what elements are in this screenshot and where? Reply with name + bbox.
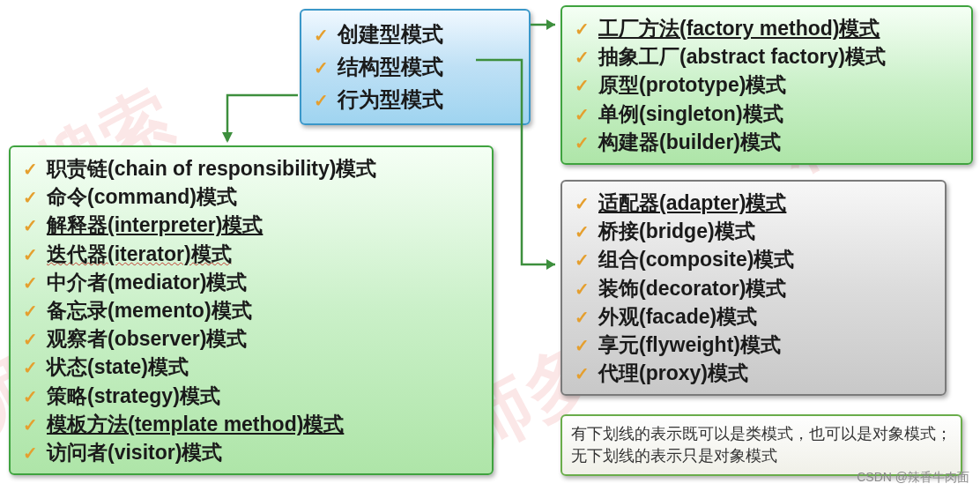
structural-label: 适配器(adapter)模式 (598, 189, 786, 217)
creational-item: ✓单例(singleton)模式 (575, 100, 959, 128)
structural-item: ✓适配器(adapter)模式 (575, 189, 932, 217)
behavioral-item: ✓职责链(chain of responsibility)模式 (23, 154, 479, 182)
check-icon: ✓ (575, 191, 590, 216)
check-icon: ✓ (575, 130, 590, 155)
behavioral-label: 迭代器(iterator)模式 (47, 240, 232, 268)
structural-label: 代理(proxy)模式 (598, 359, 748, 387)
creational-item: ✓抽象工厂(abstract factory)模式 (575, 42, 959, 71)
behavioral-label: 中介者(mediator)模式 (47, 268, 247, 296)
category-box: ✓创建型模式✓结构型模式✓行为型模式 (300, 9, 531, 125)
creational-label: 工厂方法(factory method)模式 (598, 14, 880, 42)
category-label: 行为型模式 (338, 83, 443, 115)
image-credit: CSDN @辣香牛肉面 (857, 470, 969, 486)
creational-label: 原型(prototype)模式 (598, 71, 786, 99)
check-icon: ✓ (23, 327, 38, 352)
creational-list: ✓工厂方法(factory method)模式✓抽象工厂(abstract fa… (575, 14, 959, 156)
creational-item: ✓构建器(builder)模式 (575, 128, 959, 156)
check-icon: ✓ (23, 299, 38, 324)
category-label: 结构型模式 (338, 50, 443, 83)
structural-label: 组合(composite)模式 (598, 245, 794, 273)
behavioral-label: 备忘录(memento)模式 (47, 296, 252, 324)
behavioral-item: ✓备忘录(memento)模式 (23, 296, 479, 324)
creational-label: 抽象工厂(abstract factory)模式 (598, 42, 886, 71)
behavioral-label: 访问者(visitor)模式 (47, 438, 222, 466)
check-icon: ✓ (23, 271, 38, 295)
behavioral-item: ✓状态(state)模式 (23, 353, 479, 381)
structural-item: ✓桥接(bridge)模式 (575, 217, 932, 245)
structural-item: ✓装饰(decorator)模式 (575, 274, 932, 302)
creational-label: 单例(singleton)模式 (598, 100, 783, 128)
check-icon: ✓ (23, 413, 38, 437)
behavioral-item: ✓策略(strategy)模式 (23, 382, 479, 410)
behavioral-list: ✓职责链(chain of responsibility)模式✓命令(comma… (23, 154, 479, 466)
behavioral-item: ✓迭代器(iterator)模式 (23, 240, 479, 268)
structural-patterns-box: ✓适配器(adapter)模式✓桥接(bridge)模式✓组合(composit… (561, 180, 947, 396)
structural-list: ✓适配器(adapter)模式✓桥接(bridge)模式✓组合(composit… (575, 189, 932, 387)
legend-note: 有下划线的表示既可以是类模式，也可以是对象模式；无下划线的表示只是对象模式 (561, 414, 962, 476)
category-label: 创建型模式 (338, 18, 443, 50)
structural-item: ✓享元(flyweight)模式 (575, 331, 932, 359)
check-icon: ✓ (575, 73, 590, 98)
category-item: ✓行为型模式 (314, 83, 516, 115)
check-icon: ✓ (575, 248, 590, 272)
creational-label: 构建器(builder)模式 (598, 128, 781, 156)
structural-label: 桥接(bridge)模式 (598, 217, 755, 245)
check-icon: ✓ (575, 17, 590, 41)
behavioral-label: 命令(command)模式 (47, 182, 237, 211)
svg-marker-2 (546, 259, 555, 270)
check-icon: ✓ (23, 355, 38, 380)
behavioral-item: ✓中介者(mediator)模式 (23, 268, 479, 296)
check-icon: ✓ (575, 305, 590, 330)
behavioral-item: ✓观察者(observer)模式 (23, 324, 479, 353)
category-item: ✓结构型模式 (314, 50, 516, 83)
creational-item: ✓原型(prototype)模式 (575, 71, 959, 99)
check-icon: ✓ (23, 185, 38, 210)
check-icon: ✓ (575, 277, 590, 301)
behavioral-label: 职责链(chain of responsibility)模式 (47, 154, 376, 182)
creational-item: ✓工厂方法(factory method)模式 (575, 14, 959, 42)
check-icon: ✓ (575, 219, 590, 244)
behavioral-item: ✓模板方法(template method)模式 (23, 410, 479, 438)
structural-item: ✓代理(proxy)模式 (575, 359, 932, 387)
behavioral-label: 模板方法(template method)模式 (47, 410, 344, 438)
behavioral-label: 策略(strategy)模式 (47, 382, 220, 410)
check-icon: ✓ (23, 213, 38, 238)
behavioral-item: ✓解释器(interpreter)模式 (23, 211, 479, 239)
behavioral-label: 解释器(interpreter)模式 (47, 211, 263, 239)
behavioral-label: 状态(state)模式 (47, 353, 189, 381)
check-icon: ✓ (23, 157, 38, 182)
check-icon: ✓ (575, 45, 590, 70)
behavioral-item: ✓命令(command)模式 (23, 182, 479, 211)
behavioral-item: ✓访问者(visitor)模式 (23, 438, 479, 466)
check-icon: ✓ (575, 361, 590, 386)
check-icon: ✓ (314, 22, 329, 49)
check-icon: ✓ (314, 55, 329, 82)
behavioral-patterns-box: ✓职责链(chain of responsibility)模式✓命令(comma… (9, 145, 494, 475)
check-icon: ✓ (23, 384, 38, 409)
category-list: ✓创建型模式✓结构型模式✓行为型模式 (314, 18, 516, 116)
check-icon: ✓ (23, 441, 38, 465)
behavioral-label: 观察者(observer)模式 (47, 324, 247, 353)
svg-marker-3 (222, 132, 233, 143)
structural-label: 外观(facade)模式 (598, 302, 757, 331)
structural-label: 装饰(decorator)模式 (598, 274, 786, 302)
check-icon: ✓ (575, 333, 590, 358)
check-icon: ✓ (314, 87, 329, 115)
structural-label: 享元(flyweight)模式 (598, 331, 781, 359)
category-item: ✓创建型模式 (314, 18, 516, 50)
check-icon: ✓ (23, 242, 38, 267)
legend-text: 有下划线的表示既可以是类模式，也可以是对象模式；无下划线的表示只是对象模式 (571, 425, 952, 465)
structural-item: ✓外观(facade)模式 (575, 302, 932, 331)
svg-marker-1 (546, 19, 555, 30)
creational-patterns-box: ✓工厂方法(factory method)模式✓抽象工厂(abstract fa… (561, 5, 973, 165)
check-icon: ✓ (575, 102, 590, 127)
structural-item: ✓组合(composite)模式 (575, 245, 932, 273)
